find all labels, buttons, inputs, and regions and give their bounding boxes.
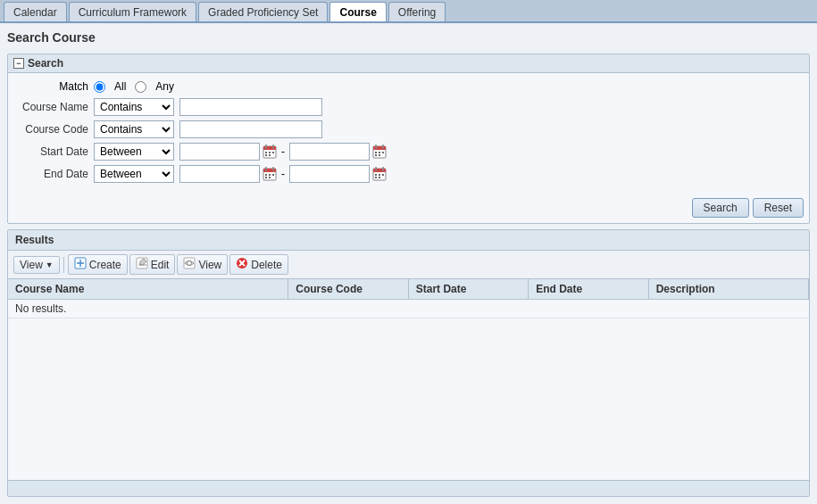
results-toolbar: View ▼ Create Edit — [8, 251, 809, 279]
svg-rect-22 — [265, 174, 267, 176]
search-panel-body: Match All Any Course Name Contains Equal… — [8, 73, 809, 194]
course-name-row: Course Name Contains Equals Starts With … — [17, 98, 800, 116]
end-date-operator[interactable]: Between Equals Before After — [94, 165, 174, 183]
edit-icon — [136, 257, 148, 272]
svg-rect-10 — [373, 146, 386, 150]
course-name-operator[interactable]: Contains Equals Starts With Ends With — [94, 98, 174, 116]
view-dropdown-button[interactable]: View ▼ — [13, 256, 60, 274]
svg-rect-35 — [379, 177, 380, 178]
svg-rect-41 — [184, 258, 195, 269]
end-date-group: - — [179, 165, 387, 183]
reset-button[interactable]: Reset — [753, 198, 804, 218]
view-button[interactable]: View — [177, 254, 228, 275]
col-start-date[interactable]: Start Date — [408, 279, 528, 300]
svg-rect-8 — [269, 154, 271, 156]
start-date-row: Start Date Between Equals Before After — [17, 143, 800, 161]
delete-icon — [236, 257, 248, 272]
edit-button[interactable]: Edit — [129, 254, 176, 275]
match-label: Match — [17, 80, 88, 93]
view-icon — [183, 257, 196, 272]
search-panel-header: − Search — [8, 54, 809, 73]
match-row: Match All Any — [17, 80, 800, 93]
course-code-row: Course Code Contains Equals Starts With … — [17, 120, 800, 138]
svg-rect-5 — [269, 152, 271, 153]
svg-rect-7 — [265, 154, 267, 156]
main-content: Search Course − Search Match All Any Cou… — [0, 23, 817, 504]
tab-calendar[interactable]: Calendar — [4, 2, 67, 21]
start-date-separator: - — [281, 145, 285, 158]
results-panel: Results View ▼ Create Edit — [7, 229, 810, 497]
tab-graded-proficiency-set[interactable]: Graded Proficiency Set — [198, 2, 328, 21]
end-date-row: End Date Between Equals Before After — [17, 165, 800, 183]
svg-rect-25 — [265, 177, 267, 178]
start-date-operator[interactable]: Between Equals Before After — [94, 143, 174, 161]
start-date-from-input[interactable] — [179, 143, 260, 161]
course-code-label: Course Code — [17, 123, 88, 136]
tab-curriculum-framework[interactable]: Curriculum Framework — [69, 2, 196, 21]
match-any-label[interactable]: Any — [155, 80, 174, 93]
start-date-to-calendar-icon[interactable] — [372, 145, 387, 159]
search-actions: Search Reset — [8, 194, 809, 223]
course-name-input[interactable] — [179, 98, 322, 116]
course-code-operator[interactable]: Contains Equals Starts With Ends With — [94, 120, 174, 138]
match-all-radio[interactable] — [94, 81, 105, 93]
search-button[interactable]: Search — [692, 198, 749, 218]
results-header: Results — [8, 230, 809, 251]
svg-rect-23 — [269, 174, 271, 176]
tab-course[interactable]: Course — [329, 2, 386, 21]
end-date-label: End Date — [17, 168, 88, 180]
col-end-date[interactable]: End Date — [529, 279, 648, 300]
collapse-icon[interactable]: − — [13, 58, 24, 69]
end-date-to-calendar-icon[interactable] — [372, 167, 387, 181]
tabs-bar: Calendar Curriculum Framework Graded Pro… — [0, 0, 817, 23]
match-all-label[interactable]: All — [114, 80, 126, 93]
svg-rect-19 — [263, 169, 276, 172]
no-results-text: No results. — [8, 300, 809, 318]
results-table: Course Name Course Code Start Date End D… — [8, 279, 809, 318]
end-date-from-calendar-icon[interactable] — [263, 167, 277, 181]
svg-rect-15 — [382, 152, 384, 153]
svg-rect-28 — [373, 169, 386, 172]
dropdown-arrow-icon: ▼ — [46, 260, 54, 269]
start-date-label: Start Date — [17, 145, 88, 158]
end-date-separator: - — [281, 168, 285, 180]
course-code-input[interactable] — [179, 120, 322, 138]
col-course-name[interactable]: Course Name — [8, 279, 288, 300]
table-header-row: Course Name Course Code Start Date End D… — [8, 279, 809, 300]
svg-rect-16 — [375, 154, 377, 156]
tab-offering[interactable]: Offering — [388, 2, 446, 21]
results-table-wrapper: Course Name Course Code Start Date End D… — [8, 279, 809, 480]
svg-rect-13 — [375, 152, 377, 153]
delete-button[interactable]: Delete — [229, 254, 288, 275]
svg-rect-6 — [272, 152, 274, 153]
toolbar-separator-1 — [63, 257, 64, 273]
col-description[interactable]: Description — [648, 279, 808, 300]
svg-rect-4 — [265, 152, 267, 153]
start-date-to-input[interactable] — [289, 143, 370, 161]
end-date-from-input[interactable] — [179, 165, 260, 183]
create-icon — [74, 257, 87, 272]
end-date-to-input[interactable] — [289, 165, 370, 183]
svg-rect-34 — [375, 177, 377, 178]
radio-group: All Any — [94, 80, 174, 93]
col-course-code[interactable]: Course Code — [288, 279, 408, 300]
svg-rect-24 — [272, 174, 274, 176]
match-any-radio[interactable] — [135, 81, 146, 93]
start-date-from-calendar-icon[interactable] — [263, 145, 277, 159]
svg-rect-14 — [379, 152, 380, 153]
svg-rect-32 — [379, 174, 380, 176]
svg-rect-26 — [269, 177, 271, 178]
svg-rect-33 — [382, 174, 384, 176]
svg-rect-1 — [263, 146, 276, 150]
course-name-label: Course Name — [17, 101, 88, 113]
results-footer — [8, 480, 809, 496]
no-results-row: No results. — [8, 300, 809, 318]
svg-rect-31 — [375, 174, 377, 176]
search-panel: − Search Match All Any Course Name Conta… — [7, 54, 810, 224]
page-title: Search Course — [7, 30, 810, 45]
svg-rect-17 — [379, 154, 380, 156]
start-date-group: - — [179, 143, 387, 161]
create-button[interactable]: Create — [68, 254, 128, 275]
